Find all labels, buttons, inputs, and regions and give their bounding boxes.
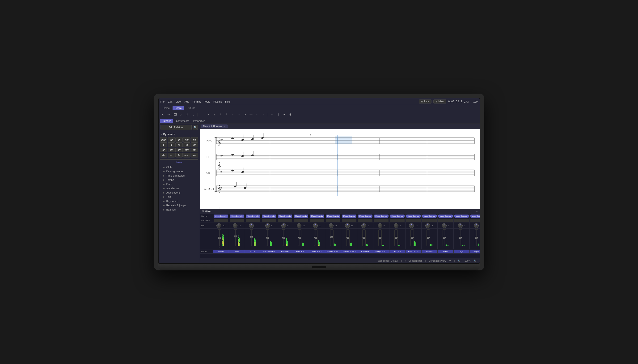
menu-view[interactable]: View [176, 100, 181, 103]
audiofx-ch-7[interactable] [309, 218, 325, 222]
sound-ch-4[interactable]: Muse Sounds [261, 214, 277, 218]
menu-edit[interactable]: Edit [168, 100, 172, 103]
dyn-f[interactable]: f [160, 142, 167, 147]
tool-eighth[interactable]: ♪ [178, 112, 184, 117]
pan-knob-14[interactable] [425, 223, 430, 228]
dyn-cresc[interactable]: cresc. [183, 153, 190, 158]
subtab-instruments[interactable]: Instruments [173, 119, 191, 123]
palette-dynamics-header[interactable]: ▼ Dynamics ··· [159, 132, 200, 136]
pan-knob-10[interactable] [361, 223, 366, 228]
view-label[interactable]: Continuous view [429, 260, 446, 262]
menu-file[interactable]: File [160, 100, 165, 103]
ch-name-10[interactable]: Trombone [357, 250, 373, 253]
pan-knob-9[interactable] [345, 223, 350, 228]
menu-tools[interactable]: Tools [204, 100, 210, 103]
tool-quarter[interactable]: ♩ [184, 112, 190, 117]
pan-knob-8[interactable] [329, 223, 333, 228]
dynamics-more-icon[interactable]: ··· [196, 133, 197, 136]
fader-track-5[interactable] [282, 230, 285, 246]
audiofx-ch-16[interactable] [454, 218, 470, 222]
sound-ch-13[interactable]: Muse Sounds [405, 214, 421, 218]
pan-knob-16[interactable] [458, 223, 463, 228]
dyn-ppp[interactable]: ppp [160, 137, 167, 142]
dyn-fp[interactable]: fp [183, 142, 190, 147]
sound-ch-6[interactable]: Muse Sounds [293, 214, 309, 218]
pan-knob-4[interactable] [265, 223, 270, 228]
ch-name-16[interactable]: Organ [454, 250, 470, 253]
zoom-out-icon[interactable]: 🔍− [458, 260, 462, 262]
dyn-rf[interactable]: rf [168, 153, 175, 158]
sound-ch-8[interactable]: Muse Sounds [325, 214, 341, 218]
dyn-fff[interactable]: fff [175, 142, 183, 147]
ch-name-11[interactable]: Tuba (unspeci... [373, 250, 389, 253]
pan-knob-13[interactable] [409, 223, 414, 228]
fader-track-3[interactable] [250, 230, 253, 246]
fader-track-13[interactable] [410, 230, 414, 246]
dyn-mf[interactable]: mf [191, 137, 198, 142]
tool-decrescendo[interactable]: ＞ [261, 112, 266, 117]
ch-name-1[interactable]: Piccolo [213, 250, 229, 253]
tool-slur[interactable]: ⌣ [236, 112, 242, 117]
audiofx-ch-17[interactable] [470, 218, 480, 222]
ch-name-2[interactable]: Flute [229, 250, 245, 253]
tool-tuplet[interactable]: 𝄺 [270, 112, 275, 117]
audiofx-ch-15[interactable] [438, 218, 454, 222]
pan-knob-15[interactable] [442, 223, 447, 228]
mixer-more-icon[interactable]: ··· [475, 210, 478, 213]
tool-natural[interactable]: ♮ [224, 112, 229, 117]
fader-track-8[interactable] [330, 230, 333, 246]
palette-barlines[interactable]: ▶ Barlines [159, 208, 200, 212]
dyn-sfp[interactable]: sfp [191, 148, 198, 152]
score-tab[interactable]: New All, Forever ✕ [201, 124, 228, 128]
audiofx-ch-6[interactable] [293, 218, 309, 222]
dyn-sffz[interactable]: sffz [183, 148, 190, 152]
tool-add-measure[interactable]: + [282, 112, 287, 117]
pan-knob-3[interactable] [249, 223, 254, 228]
tab-publish[interactable]: Publish [184, 106, 198, 110]
sound-ch-9[interactable]: Muse Sounds [341, 214, 357, 218]
tool-flip[interactable]: ⇕ [276, 112, 281, 117]
fader-track-16[interactable] [459, 230, 462, 246]
pan-knob-11[interactable] [378, 223, 382, 228]
ch-name-12[interactable]: Timpani [389, 250, 405, 253]
sound-ch-14[interactable]: Muse Sounds [421, 214, 438, 218]
palette-tempo[interactable]: ▶ Tempo [159, 178, 200, 182]
score-canvas[interactable]: Picc. 𝄞 [200, 129, 480, 209]
sound-ch-16[interactable]: Muse Sounds [454, 214, 470, 218]
palette-clefs[interactable]: ▶ Clefs [159, 165, 200, 169]
sound-ch-7[interactable]: Muse Sounds [309, 214, 325, 218]
subtab-properties[interactable]: Properties [191, 119, 207, 123]
tool-tenuto[interactable]: — [249, 112, 254, 117]
fader-track-2[interactable] [234, 230, 237, 246]
audiofx-ch-14[interactable] [421, 218, 438, 222]
fader-track-9[interactable] [346, 230, 350, 246]
audiofx-ch-2[interactable] [229, 218, 245, 222]
palette-text[interactable]: ▶ Text [159, 195, 200, 199]
menu-plugins[interactable]: Plugins [213, 100, 222, 103]
mixer-button[interactable]: ⊟ Mixer [433, 100, 446, 104]
dyn-mp[interactable]: mp [183, 137, 190, 142]
tool-rest[interactable]: 𝄽 [205, 112, 211, 117]
tool-pencil[interactable]: ✏ [166, 112, 171, 117]
sound-ch-2[interactable]: Muse Sounds [229, 214, 245, 218]
fader-track-10[interactable] [362, 230, 366, 246]
palette-search-button[interactable]: 🔍 [193, 125, 198, 130]
tool-accent[interactable]: > [242, 112, 248, 117]
tab-home[interactable]: Home [160, 106, 172, 110]
sound-ch-11[interactable]: Muse Sounds [373, 214, 389, 218]
audiofx-ch-9[interactable] [341, 218, 357, 222]
dyn-dim[interactable]: dim. [191, 153, 198, 158]
dyn-pf[interactable]: pf [191, 142, 198, 147]
tool-eraser[interactable]: ⌫ [172, 112, 177, 117]
dyn-pp[interactable]: pp [168, 137, 175, 142]
audiofx-ch-4[interactable] [261, 218, 277, 222]
fader-track-11[interactable] [378, 230, 382, 246]
menu-format[interactable]: Format [192, 100, 201, 103]
audiofx-ch-11[interactable] [373, 218, 389, 222]
palette-accidentals[interactable]: ▶ Accidentals [159, 186, 200, 190]
ch-name-5[interactable]: Bassoon [277, 250, 293, 253]
fader-track-14[interactable] [427, 230, 430, 246]
fader-track-12[interactable] [394, 230, 398, 246]
sound-ch-3[interactable]: Muse Sounds [245, 214, 261, 218]
fader-track-1[interactable] [218, 230, 221, 246]
